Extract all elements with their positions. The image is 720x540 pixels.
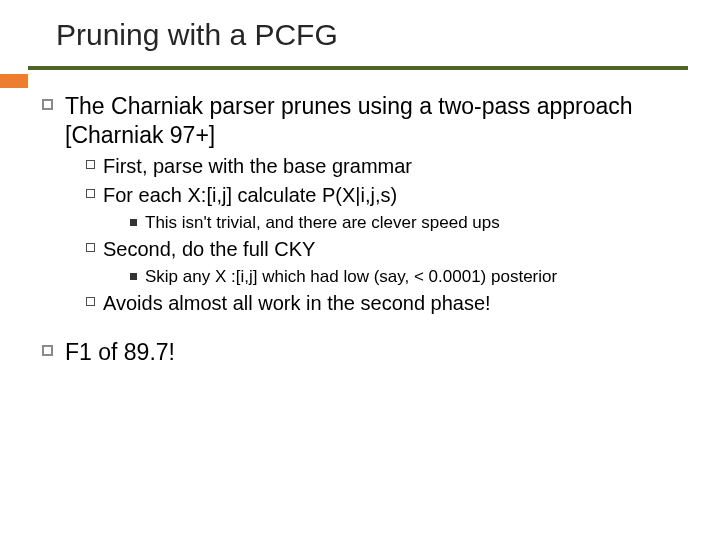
- list-item-text: Second, do the full CKY: [103, 237, 315, 262]
- list-item-text: F1 of 89.7!: [65, 338, 175, 367]
- spacer: [42, 316, 692, 338]
- list-item: This isn't trivial, and there are clever…: [130, 212, 692, 233]
- list-item: Second, do the full CKY: [86, 237, 692, 262]
- list-item: First, parse with the base grammar: [86, 154, 692, 179]
- list-item: For each X:[i,j] calculate P(X|i,j,s): [86, 183, 692, 208]
- hollow-square-icon: [86, 297, 95, 306]
- content: The Charniak parser prunes using a two-p…: [0, 92, 720, 367]
- hollow-square-icon: [42, 345, 53, 356]
- rule-wrap: [0, 66, 720, 70]
- hollow-square-icon: [86, 160, 95, 169]
- hollow-square-icon: [86, 243, 95, 252]
- list-item-text: For each X:[i,j] calculate P(X|i,j,s): [103, 183, 397, 208]
- list-item-text: Avoids almost all work in the second pha…: [103, 291, 491, 316]
- accent-block: [0, 74, 28, 88]
- hollow-square-icon: [86, 189, 95, 198]
- slide: Pruning with a PCFG The Charniak parser …: [0, 0, 720, 540]
- list-item-text: The Charniak parser prunes using a two-p…: [65, 92, 692, 150]
- list-item: The Charniak parser prunes using a two-p…: [42, 92, 692, 150]
- list-item-text: This isn't trivial, and there are clever…: [145, 212, 500, 233]
- horizontal-rule: [28, 66, 688, 70]
- list-item-text: First, parse with the base grammar: [103, 154, 412, 179]
- list-item: F1 of 89.7!: [42, 338, 692, 367]
- list-item-text: Skip any X :[i,j] which had low (say, < …: [145, 266, 557, 287]
- filled-square-icon: [130, 273, 137, 280]
- hollow-square-icon: [42, 99, 53, 110]
- slide-title: Pruning with a PCFG: [0, 18, 720, 52]
- list-item: Avoids almost all work in the second pha…: [86, 291, 692, 316]
- list-item: Skip any X :[i,j] which had low (say, < …: [130, 266, 692, 287]
- filled-square-icon: [130, 219, 137, 226]
